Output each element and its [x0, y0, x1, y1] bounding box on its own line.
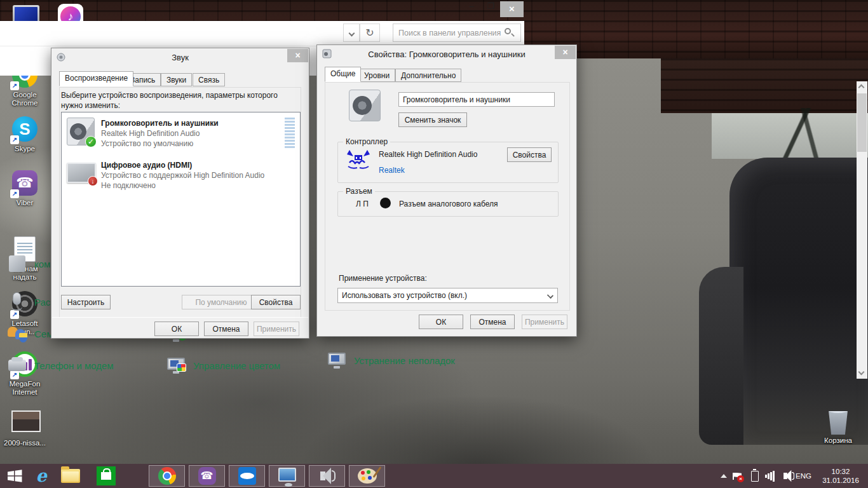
- taskbar-windows-store[interactable]: [95, 465, 117, 487]
- maximize-button[interactable]: ❐: [481, 1, 500, 17]
- internet-explorer-icon: e: [36, 466, 46, 485]
- tray-battery[interactable]: [751, 464, 759, 488]
- taskbar-file-explorer[interactable]: [60, 465, 81, 487]
- tab-sounds[interactable]: Звуки: [161, 73, 192, 86]
- ok-button[interactable]: ОК: [419, 315, 463, 329]
- speakers-device-icon: ✓: [67, 118, 95, 146]
- wallpaper-car: [729, 158, 868, 445]
- scrollbar[interactable]: [857, 81, 867, 379]
- shortcut-arrow-icon: ↗: [10, 135, 19, 144]
- close-button[interactable]: ×: [287, 49, 308, 62]
- desktop-icon-label: Skype: [1, 145, 48, 153]
- set-default-button[interactable]: По умолчанию: [182, 295, 261, 309]
- minimize-button[interactable]: –: [462, 1, 481, 17]
- scroll-up-button[interactable]: [857, 81, 867, 92]
- chevron-up-icon: [721, 474, 727, 478]
- device-usage-select[interactable]: Использовать это устройство (вкл.): [337, 288, 558, 303]
- cp-item-phone-modem[interactable]: Телефон и модем: [6, 355, 114, 376]
- tray-network[interactable]: [765, 464, 775, 488]
- clock-time: 10:32: [818, 467, 863, 476]
- controller-properties-button[interactable]: Свойства: [507, 147, 552, 162]
- jack-description: Разъем аналогового кабеля: [399, 200, 498, 208]
- instruction-text: Выберите устройство воспроизведения, пар…: [61, 90, 296, 111]
- color-management-icon: [165, 355, 187, 376]
- address-dropdown-button[interactable]: [343, 24, 360, 42]
- photo-thumbnail-icon: [11, 410, 41, 432]
- desktop-icon-label: Viber: [1, 199, 48, 207]
- tray-action-center[interactable]: ×: [733, 464, 742, 488]
- desktop-icon-viber[interactable]: ☎ ↗ Viber: [1, 170, 48, 207]
- start-button[interactable]: [4, 465, 25, 487]
- desktop-icon-label: MegaFon Internet: [1, 380, 48, 396]
- not-plugged-icon: ↓: [88, 176, 98, 186]
- desktop-icon-label: Google Chrome: [1, 91, 48, 107]
- battery-icon: [751, 471, 759, 482]
- taskbar-display-settings[interactable]: [269, 465, 305, 487]
- scrollbar-thumb[interactable]: [857, 93, 867, 152]
- control-panel-toolbar: ↻: [0, 21, 524, 46]
- device-name-input[interactable]: [398, 92, 555, 107]
- apply-button[interactable]: Применить: [254, 322, 299, 336]
- cancel-button[interactable]: Отмена: [470, 315, 515, 329]
- search-input[interactable]: [393, 24, 521, 42]
- paint-palette-icon: [358, 468, 377, 484]
- tab-advanced[interactable]: Дополнительно: [395, 69, 461, 82]
- controller-group-label: Контроллер: [343, 137, 390, 146]
- taskbar-viber[interactable]: ☎: [189, 465, 225, 487]
- window-title: Свойства: Громкоговоритель и наушники: [368, 50, 525, 59]
- sound-dialog-titlebar[interactable]: Звук ×: [51, 48, 309, 66]
- display-settings-icon: [278, 468, 296, 482]
- change-icon-button[interactable]: Сменить значок: [398, 112, 467, 127]
- device-name: Цифровое аудио (HDMI): [101, 161, 264, 170]
- device-name: Громкоговоритель и наушники: [101, 119, 219, 128]
- close-button[interactable]: ×: [555, 46, 576, 59]
- tray-clock[interactable]: 10:32 31.01.2016: [818, 467, 863, 485]
- device-properties-button[interactable]: Свойства: [251, 295, 301, 309]
- taskbar-paint[interactable]: [349, 465, 385, 487]
- device-status: Устройство по умолчанию: [101, 139, 219, 148]
- desktop-icon-recycle-bin[interactable]: Корзина: [815, 408, 862, 445]
- refresh-button[interactable]: ↻: [360, 24, 380, 42]
- wallpaper-car-shadow: [699, 267, 743, 445]
- scroll-down-button[interactable]: [857, 368, 867, 379]
- tab-communications[interactable]: Связь: [193, 73, 225, 86]
- volume-meter: [285, 118, 295, 149]
- cancel-button[interactable]: Отмена: [204, 322, 248, 336]
- tab-levels[interactable]: Уровни: [358, 69, 395, 82]
- shortcut-arrow-icon: ↗: [10, 189, 19, 198]
- default-device-check-icon: ✓: [85, 136, 97, 147]
- tab-general[interactable]: Общие: [325, 67, 361, 82]
- taskbar-internet-explorer[interactable]: e: [31, 465, 52, 487]
- taskbar-sound[interactable]: [309, 465, 345, 487]
- controller-group: Контроллер Realtek High Definition Audio…: [337, 142, 559, 183]
- realtek-link[interactable]: Realtek: [379, 166, 405, 175]
- speaker-icon: [319, 468, 336, 484]
- search-icon[interactable]: [505, 28, 511, 34]
- device-row-speakers[interactable]: ✓ Громкоговоритель и наушники Realtek Hi…: [62, 112, 300, 152]
- apply-button[interactable]: Применить: [522, 315, 567, 329]
- hdmi-device-icon: ↓: [67, 163, 96, 183]
- cp-item-troubleshooting[interactable]: Устранение неполадок: [326, 349, 455, 371]
- cp-item-color-management[interactable]: Управление цветом: [165, 355, 280, 376]
- jack-group: Разъем Л П Разъем аналогового кабеля: [337, 191, 559, 217]
- divider: [52, 317, 308, 318]
- properties-dialog-titlebar[interactable]: Свойства: Громкоговоритель и наушники ×: [317, 45, 576, 63]
- phone-icon: [6, 355, 28, 376]
- teamviewer-icon: [238, 467, 256, 485]
- close-button[interactable]: ×: [500, 1, 524, 17]
- viber-icon: ☎: [198, 467, 216, 485]
- tray-volume[interactable]: [780, 464, 797, 488]
- tray-language[interactable]: ENG: [796, 464, 811, 488]
- device-row-hdmi[interactable]: ↓ Цифровое аудио (HDMI) Устройство с под…: [62, 154, 300, 194]
- taskbar-chrome[interactable]: [149, 465, 185, 487]
- tab-playback[interactable]: Воспроизведение: [59, 71, 133, 86]
- taskbar: e ☎ × ENG 10:32 31.01.2016: [0, 464, 868, 488]
- recycle-bin-icon: [827, 408, 849, 435]
- configure-button[interactable]: Настроить: [61, 295, 111, 309]
- ok-button[interactable]: ОК: [154, 322, 199, 336]
- desktop-icon-skype[interactable]: S ↗ Skype: [1, 116, 48, 153]
- tray-show-hidden[interactable]: [721, 464, 727, 488]
- desktop-icon-photo[interactable]: 2009-nissa...: [1, 409, 48, 447]
- taskbar-teamviewer[interactable]: [229, 465, 265, 487]
- store-icon: [97, 466, 116, 485]
